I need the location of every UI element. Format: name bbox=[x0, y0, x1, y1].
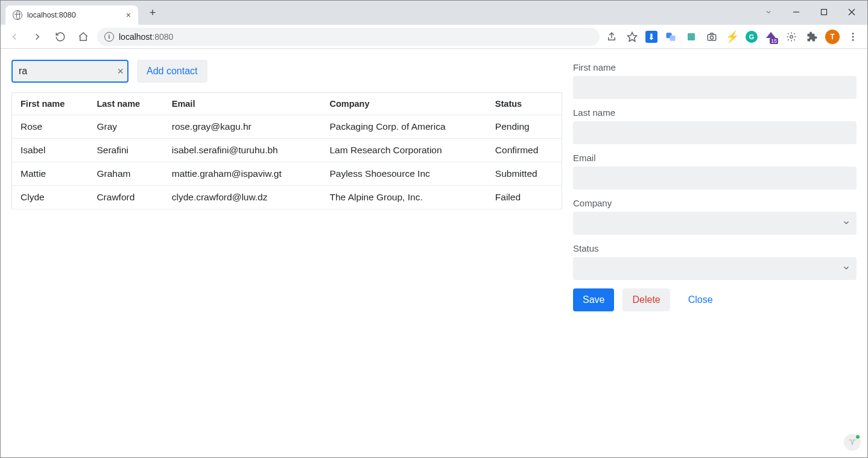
cell-last-name: Serafini bbox=[88, 139, 163, 162]
cell-last-name: Crawford bbox=[88, 186, 163, 209]
add-contact-button[interactable]: Add contact bbox=[137, 60, 207, 83]
save-button[interactable]: Save bbox=[573, 288, 614, 311]
col-company[interactable]: Company bbox=[321, 93, 486, 115]
cell-status: Pending bbox=[487, 115, 562, 139]
email-label: Email bbox=[573, 153, 857, 163]
cell-email: rose.gray@kagu.hr bbox=[163, 115, 322, 139]
home-button[interactable] bbox=[74, 28, 92, 46]
cell-status: Submitted bbox=[487, 162, 562, 186]
url-field[interactable]: i localhost:8080 bbox=[97, 28, 600, 46]
star-icon[interactable] bbox=[625, 30, 639, 44]
last-name-label: Last name bbox=[573, 107, 857, 118]
tab-bar: localhost:8080 × + bbox=[1, 1, 867, 25]
status-select[interactable] bbox=[573, 257, 857, 280]
company-label: Company bbox=[573, 198, 857, 208]
cell-last-name: Gray bbox=[88, 115, 163, 139]
svg-point-9 bbox=[710, 36, 713, 39]
translate-extension-icon[interactable] bbox=[664, 30, 678, 44]
window-minimize-button[interactable] bbox=[783, 3, 809, 21]
table-row[interactable]: RoseGrayrose.gray@kagu.hrPackaging Corp.… bbox=[12, 115, 562, 139]
window-close-button[interactable] bbox=[838, 3, 865, 21]
col-last-name[interactable]: Last name bbox=[88, 93, 163, 115]
profile-avatar[interactable]: T bbox=[825, 30, 840, 44]
kebab-menu-icon[interactable] bbox=[846, 30, 860, 44]
contacts-table: First name Last name Email Company Statu… bbox=[11, 92, 562, 209]
svg-point-10 bbox=[790, 35, 793, 38]
svg-rect-7 bbox=[688, 33, 695, 40]
cell-company: Packaging Corp. of America bbox=[321, 115, 486, 139]
cell-last-name: Graham bbox=[88, 162, 163, 186]
address-bar: i localhost:8080 ⬇ ⚡ G 15 T bbox=[1, 25, 867, 49]
bolt-extension-icon[interactable]: ⚡ bbox=[725, 30, 740, 44]
close-button[interactable]: Close bbox=[679, 288, 723, 311]
col-status[interactable]: Status bbox=[487, 93, 562, 115]
window-maximize-button[interactable] bbox=[811, 3, 837, 21]
status-label: Status bbox=[573, 243, 857, 253]
svg-point-11 bbox=[852, 33, 854, 34]
cell-first-name: Mattie bbox=[12, 162, 89, 186]
cell-first-name: Isabel bbox=[12, 139, 89, 162]
delete-button[interactable]: Delete bbox=[622, 288, 670, 311]
vaadin-dev-badge[interactable] bbox=[844, 434, 861, 451]
home-badge-extension-icon[interactable]: 15 bbox=[764, 30, 778, 44]
status-dot-icon bbox=[856, 435, 860, 439]
first-name-field[interactable] bbox=[573, 76, 857, 99]
search-box: × bbox=[11, 60, 128, 83]
cell-company: Lam Research Corporation bbox=[321, 139, 486, 162]
close-tab-icon[interactable]: × bbox=[126, 10, 131, 20]
chevron-down-icon bbox=[842, 218, 851, 229]
forward-button[interactable] bbox=[28, 28, 46, 46]
first-name-label: First name bbox=[573, 62, 857, 72]
site-info-icon[interactable]: i bbox=[104, 32, 114, 42]
svg-marker-4 bbox=[628, 32, 637, 41]
search-input[interactable] bbox=[11, 60, 128, 83]
page-content: × Add contact First name Last name Email… bbox=[1, 49, 867, 457]
cell-email: isabel.serafini@turuhu.bh bbox=[163, 139, 322, 162]
svg-rect-1 bbox=[822, 10, 827, 15]
download-extension-icon[interactable]: ⬇ bbox=[645, 31, 657, 43]
cell-first-name: Rose bbox=[12, 115, 89, 139]
last-name-field[interactable] bbox=[573, 121, 857, 144]
cell-status: Failed bbox=[487, 186, 562, 209]
globe-icon bbox=[13, 10, 22, 20]
cell-status: Confirmed bbox=[487, 139, 562, 162]
clear-search-icon[interactable]: × bbox=[117, 65, 124, 78]
grammarly-extension-icon[interactable]: G bbox=[746, 31, 758, 43]
chevron-down-icon bbox=[842, 264, 851, 274]
share-icon[interactable] bbox=[604, 30, 619, 44]
table-row[interactable]: ClydeCrawfordclyde.crawford@luw.dzThe Al… bbox=[12, 186, 562, 209]
table-row[interactable]: MattieGrahammattie.graham@ispaviw.gtPayl… bbox=[12, 162, 562, 186]
col-first-name[interactable]: First name bbox=[12, 93, 89, 115]
cell-email: clyde.crawford@luw.dz bbox=[163, 186, 322, 209]
tab-title: localhost:8080 bbox=[27, 11, 121, 19]
extensions-icon[interactable] bbox=[805, 30, 819, 44]
email-field[interactable] bbox=[573, 167, 857, 189]
cell-company: Payless Shoesource Inc bbox=[321, 162, 486, 186]
browser-tab[interactable]: localhost:8080 × bbox=[5, 5, 138, 25]
svg-rect-6 bbox=[670, 35, 676, 40]
cell-company: The Alpine Group, Inc. bbox=[321, 186, 486, 209]
svg-point-12 bbox=[852, 36, 854, 37]
camera-extension-icon[interactable] bbox=[705, 30, 719, 44]
contact-form: First name Last name Email Company Statu… bbox=[573, 60, 857, 447]
table-row[interactable]: IsabelSerafiniisabel.serafini@turuhu.bhL… bbox=[12, 139, 562, 162]
teal-extension-icon[interactable] bbox=[684, 30, 699, 44]
gear-extension-icon[interactable] bbox=[784, 30, 799, 44]
cell-email: mattie.graham@ispaviw.gt bbox=[163, 162, 322, 186]
company-select[interactable] bbox=[573, 212, 857, 235]
reload-button[interactable] bbox=[51, 28, 69, 46]
back-button[interactable] bbox=[5, 28, 24, 46]
new-tab-button[interactable]: + bbox=[144, 4, 161, 21]
tab-search-icon[interactable] bbox=[755, 3, 782, 21]
svg-point-13 bbox=[852, 39, 854, 40]
cell-first-name: Clyde bbox=[12, 186, 89, 209]
col-email[interactable]: Email bbox=[163, 93, 322, 115]
svg-rect-8 bbox=[708, 34, 716, 40]
url-text: localhost:8080 bbox=[119, 32, 173, 42]
